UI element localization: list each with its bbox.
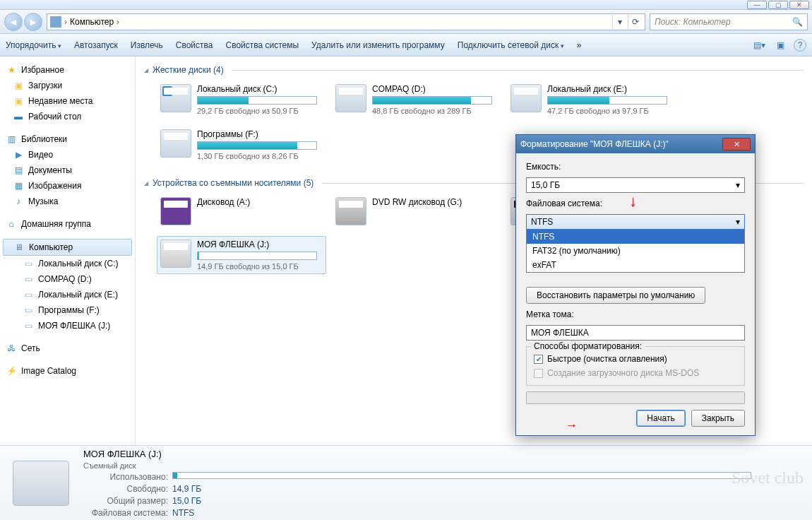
sidebar-drive-j[interactable]: ▭МОЯ ФЛЕШКА (J:) — [0, 318, 135, 333]
document-icon: ▤ — [13, 165, 24, 176]
picture-icon: ▦ — [13, 180, 24, 191]
start-button[interactable]: Начать — [636, 410, 686, 427]
sidebar-videos[interactable]: ▶Видео — [0, 147, 135, 162]
fs-option-fat32[interactable]: FAT32 (по умолчанию) — [527, 244, 744, 258]
map-network-drive-button[interactable]: Подключить сетевой диск — [458, 40, 564, 50]
capacity-bar — [547, 96, 667, 105]
usb-icon — [160, 240, 191, 268]
computer-header[interactable]: 🖥Компьютер — [3, 239, 132, 256]
drive-stats: 29,2 ГБ свободно из 50,9 ГБ — [197, 107, 317, 115]
details-subtitle: Съемный диск — [83, 461, 751, 470]
network-header[interactable]: 🖧Сеть — [0, 341, 135, 356]
sidebar-documents[interactable]: ▤Документы — [0, 162, 135, 178]
msdos-boot-checkbox: Создание загрузочного диска MS-DOS — [534, 368, 737, 378]
image-catalog[interactable]: ⚡Image Catalog — [0, 363, 135, 379]
folder-icon: ▣ — [13, 95, 24, 107]
folder-icon: ▣ — [13, 80, 24, 91]
breadcrumb-segment[interactable]: Компьютер — [70, 17, 114, 27]
fs-option-ntfs[interactable]: NTFS — [527, 230, 744, 244]
disk-icon: ▭ — [23, 258, 34, 269]
filesystem-select[interactable]: NTFS▾ — [526, 214, 745, 230]
back-button[interactable]: ◄ — [4, 13, 23, 31]
maximize-button[interactable]: ▢ — [768, 1, 788, 9]
computer-icon: 🖥 — [13, 242, 25, 253]
details-title: МОЯ ФЛЕШКА (J:) — [83, 449, 751, 459]
capacity-label: Емкость: — [526, 162, 745, 172]
eject-button[interactable]: Извлечь — [131, 40, 163, 50]
disk-icon: ▭ — [23, 305, 34, 316]
restore-defaults-button[interactable]: Восстановить параметры по умолчанию — [526, 287, 705, 304]
filesystem-label: Файловая система: — [526, 199, 745, 208]
volume-label-label: Метка тома: — [526, 309, 745, 319]
hdd-icon — [160, 84, 191, 112]
homegroup-header[interactable]: ⌂Домашняя группа — [0, 216, 135, 232]
refresh-button[interactable]: ⟳ — [628, 15, 642, 29]
forward-button[interactable]: ► — [24, 13, 42, 31]
libraries-header[interactable]: ▥Библиотеки — [0, 131, 135, 147]
library-icon: ▥ — [6, 134, 17, 145]
hdd-icon — [160, 129, 191, 158]
hdd-icon — [511, 84, 542, 112]
system-properties-button[interactable]: Свойства системы — [225, 40, 299, 50]
autoplay-button[interactable]: Автозапуск — [74, 40, 118, 50]
search-input[interactable]: Поиск: Компьютер 🔍 — [650, 13, 808, 30]
disk-icon: ▭ — [23, 320, 34, 331]
capacity-bar — [197, 252, 317, 260]
overflow-button[interactable]: » — [577, 40, 582, 50]
dialog-title: Форматирование "МОЯ ФЛЕШКА (J:)" — [520, 139, 669, 149]
search-icon: 🔍 — [792, 17, 803, 27]
volume-label-input[interactable]: МОЯ ФЛЕШКА — [526, 325, 745, 341]
command-bar: Упорядочить Автозапуск Извлечь Свойства … — [0, 34, 812, 57]
drive-item[interactable]: МОЯ ФЛЕШКА (J:) 14,9 ГБ свободно из 15,0… — [157, 236, 326, 274]
star-icon: ★ — [6, 64, 17, 76]
close-button[interactable]: ✕ — [789, 1, 809, 9]
drive-item[interactable]: DVD RW дисковод (G:) — [332, 194, 501, 229]
fs-option-exfat[interactable]: exFAT — [527, 258, 744, 272]
dialog-close-button[interactable]: ✕ — [722, 138, 751, 150]
sidebar-downloads[interactable]: ▣Загрузки — [0, 78, 135, 93]
sidebar-drive-c[interactable]: ▭Локальный диск (C:) — [0, 256, 135, 271]
breadcrumb[interactable]: › Компьютер › ▾ ⟳ — [47, 13, 645, 30]
network-icon: 🖧 — [6, 343, 17, 354]
search-placeholder: Поиск: Компьютер — [655, 17, 731, 27]
properties-button[interactable]: Свойства — [176, 40, 213, 50]
sidebar-drive-f[interactable]: ▭Программы (F:) — [0, 302, 135, 318]
view-mode-button[interactable]: ▤▾ — [751, 37, 767, 53]
hdd-icon — [335, 84, 366, 112]
quick-format-checkbox[interactable]: ✔Быстрое (очистка оглавления) — [534, 354, 737, 364]
sidebar-drive-d[interactable]: ▭COMPAQ (D:) — [0, 271, 135, 287]
breadcrumb-dropdown[interactable]: ▾ — [612, 15, 626, 29]
sidebar-desktop[interactable]: ▬Рабочий стол — [0, 109, 135, 124]
video-icon: ▶ — [13, 149, 24, 160]
capacity-select[interactable]: 15,0 ГБ▾ — [526, 177, 745, 193]
minimize-button[interactable]: — — [747, 1, 767, 9]
drive-item[interactable]: Программы (F:) 1,30 ГБ свободно из 8,26 … — [157, 126, 326, 164]
usage-bar — [172, 472, 751, 479]
sidebar-music[interactable]: ♪Музыка — [0, 194, 135, 209]
drive-item[interactable]: Локальный диск (C:) 29,2 ГБ свободно из … — [157, 81, 326, 119]
close-dialog-button[interactable]: Закрыть — [691, 410, 745, 427]
format-progress — [526, 391, 745, 404]
drive-name: МОЯ ФЛЕШКА (J:) — [197, 240, 317, 249]
sidebar-recent[interactable]: ▣Недавние места — [0, 93, 135, 109]
organize-menu[interactable]: Упорядочить — [6, 40, 61, 50]
drive-item[interactable]: Дисковод (A:) — [157, 194, 326, 229]
format-methods-legend: Способы форматирования: — [531, 341, 645, 351]
sidebar-pictures[interactable]: ▦Изображения — [0, 178, 135, 194]
capacity-bar — [372, 96, 492, 105]
window-titlebar: — ▢ ✕ — [0, 0, 812, 10]
homegroup-icon: ⌂ — [6, 218, 17, 230]
bolt-icon: ⚡ — [6, 365, 17, 377]
drive-item[interactable]: COMPAQ (D:) 48,8 ГБ свободно из 289 ГБ — [332, 81, 501, 119]
drive-name: Локальный диск (C:) — [197, 84, 317, 94]
help-button[interactable]: ? — [794, 39, 806, 52]
uninstall-programs-button[interactable]: Удалить или изменить программу — [311, 40, 445, 50]
floppy-icon — [160, 197, 191, 225]
favorites-header[interactable]: ★Избранное — [0, 62, 135, 78]
dialog-titlebar[interactable]: Форматирование "МОЯ ФЛЕШКА (J:)" ✕ — [516, 135, 755, 153]
group-hard-drives[interactable]: Жесткие диски (4) — [144, 61, 804, 76]
sidebar-drive-e[interactable]: ▭Локальный диск (E:) — [0, 287, 135, 302]
computer-icon — [50, 16, 61, 28]
preview-pane-button[interactable]: ▣ — [772, 37, 788, 53]
drive-item[interactable]: Локальный диск (E:) 47,2 ГБ свободно из … — [507, 81, 676, 119]
